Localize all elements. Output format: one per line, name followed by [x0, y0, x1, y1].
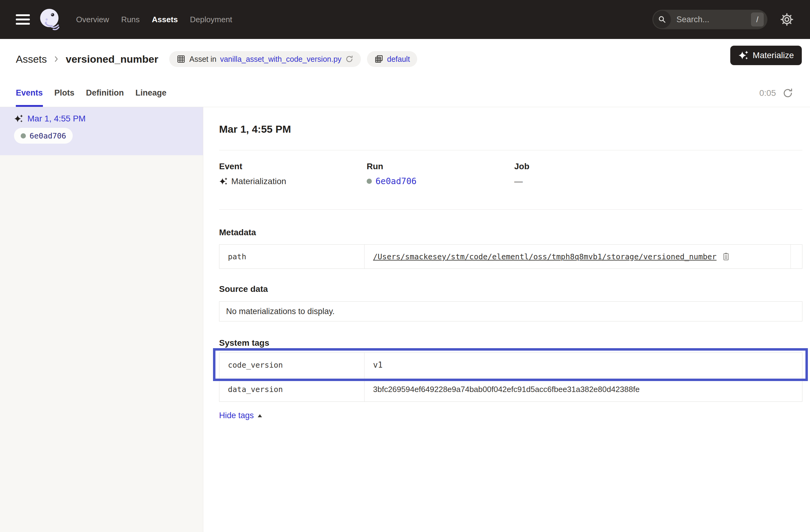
tab-lineage[interactable]: Lineage — [135, 79, 166, 107]
materialize-button-label: Materialize — [753, 50, 794, 60]
tag-value: 3bfc269594ef649228e9a74bab00f042efc91d5a… — [364, 377, 802, 401]
event-summary-columns: Event Materialization Run 6e0ad — [219, 161, 803, 186]
code-location-link[interactable]: vanilla_asset_with_code_version.py — [220, 55, 341, 64]
event-type-value: Materialization — [231, 176, 286, 186]
dagster-logo-icon[interactable] — [38, 7, 62, 31]
table-end-cell — [791, 245, 802, 269]
event-column: Event Materialization — [219, 161, 367, 186]
tag-value: v1 — [364, 353, 802, 377]
asset-header: Assets versioned_number Asset in vanilla… — [0, 39, 810, 79]
metadata-heading: Metadata — [219, 227, 803, 237]
metadata-path-link[interactable]: /Users/smackesey/stm/code/elementl/oss/t… — [373, 252, 717, 261]
badge-prefix-label: Asset in — [189, 55, 216, 64]
event-title: Mar 1, 4:55 PM — [219, 122, 803, 136]
search-shortcut-key: / — [751, 13, 764, 27]
asset-group-link[interactable]: default — [387, 55, 410, 64]
system-tags-table: code_version v1 data_version 3bfc269594e… — [219, 352, 803, 402]
tag-key: code_version — [220, 353, 364, 377]
content-area: Mar 1, 4:55 PM 6e0ad706 Mar 1, 4:55 PM E… — [0, 107, 810, 532]
source-data-heading: Source data — [219, 284, 803, 294]
job-column: Job — — [514, 161, 662, 186]
search-input[interactable] — [677, 15, 737, 25]
run-chip[interactable]: 6e0ad706 — [14, 128, 73, 144]
hide-tags-label: Hide tags — [219, 411, 254, 420]
event-column-label: Event — [219, 161, 367, 171]
hide-tags-link[interactable]: Hide tags — [219, 411, 263, 420]
search-icon — [653, 11, 671, 28]
code-location-badge: Asset in vanilla_asset_with_code_version… — [169, 51, 361, 67]
metadata-table: path /Users/smackesey/stm/code/elementl/… — [219, 244, 803, 269]
top-nav-right: / — [652, 10, 794, 29]
nav-item-deployment[interactable]: Deployment — [190, 15, 232, 25]
primary-nav: Overview Runs Assets Deployment — [76, 15, 232, 25]
breadcrumb-assets-link[interactable]: Assets — [16, 53, 47, 65]
caret-up-icon — [257, 413, 263, 418]
source-data-empty-message: No materializations to display. — [226, 307, 335, 316]
metadata-key: path — [220, 245, 364, 269]
event-list-sidebar: Mar 1, 4:55 PM 6e0ad706 — [0, 107, 203, 532]
materialization-sparkles-icon — [219, 177, 228, 186]
group-grid-icon — [374, 54, 384, 64]
table-row: code_version v1 — [220, 353, 802, 377]
event-list-item-selected[interactable]: Mar 1, 4:55 PM 6e0ad706 — [0, 107, 203, 155]
divider — [219, 150, 803, 150]
event-detail-panel: Mar 1, 4:55 PM Event Materialization — [203, 107, 810, 532]
asset-table-icon — [177, 54, 185, 64]
menu-bar — [16, 23, 30, 25]
table-row: path /Users/smackesey/stm/code/elementl/… — [220, 245, 802, 269]
tab-bar: Events Plots Definition Lineage 0:05 — [0, 79, 810, 107]
job-column-label: Job — [514, 161, 662, 171]
tab-plots[interactable]: Plots — [54, 79, 75, 107]
tab-definition[interactable]: Definition — [86, 79, 124, 107]
tabs: Events Plots Definition Lineage — [16, 79, 166, 107]
clipboard-copy-icon[interactable] — [722, 252, 731, 261]
refresh-countdown: 0:05 — [760, 88, 776, 98]
asset-group-badge: default — [367, 51, 417, 67]
run-column-label: Run — [367, 161, 514, 171]
auto-refresh: 0:05 — [760, 87, 794, 99]
dagster-asset-page: Overview Runs Assets Deployment / — [0, 0, 810, 532]
tag-key: data_version — [220, 377, 364, 401]
system-tags-table-wrap: code_version v1 data_version 3bfc269594e… — [219, 352, 803, 402]
divider — [219, 209, 803, 210]
page-title: versioned_number — [66, 53, 158, 65]
event-timestamp-link[interactable]: Mar 1, 4:55 PM — [27, 114, 85, 124]
nav-item-overview[interactable]: Overview — [76, 15, 109, 25]
menu-bar — [16, 14, 30, 16]
nav-item-runs[interactable]: Runs — [121, 15, 140, 25]
job-value: — — [514, 176, 523, 186]
settings-gear-icon[interactable] — [780, 12, 794, 27]
run-status-dot — [21, 133, 26, 139]
run-status-dot — [367, 179, 372, 184]
materialize-button[interactable]: Materialize — [730, 46, 802, 65]
table-row: data_version 3bfc269594ef649228e9a74bab0… — [220, 377, 802, 401]
reload-location-icon[interactable] — [345, 55, 354, 63]
run-column: Run 6e0ad706 — [367, 161, 514, 186]
system-tags-heading: System tags — [219, 338, 803, 348]
materialization-sparkles-icon — [14, 114, 23, 123]
menu-icon[interactable] — [16, 14, 30, 25]
menu-bar — [16, 19, 30, 20]
breadcrumb-chevron-icon — [52, 55, 60, 63]
run-chip-id: 6e0ad706 — [30, 131, 66, 140]
tab-events[interactable]: Events — [16, 79, 43, 107]
nav-item-assets[interactable]: Assets — [152, 15, 178, 25]
sparkles-icon — [738, 50, 748, 61]
search-box[interactable]: / — [652, 10, 767, 29]
source-data-empty-box: No materializations to display. — [219, 301, 803, 321]
refresh-icon[interactable] — [782, 87, 794, 99]
top-nav: Overview Runs Assets Deployment / — [0, 0, 810, 39]
run-id-link[interactable]: 6e0ad706 — [375, 176, 417, 186]
